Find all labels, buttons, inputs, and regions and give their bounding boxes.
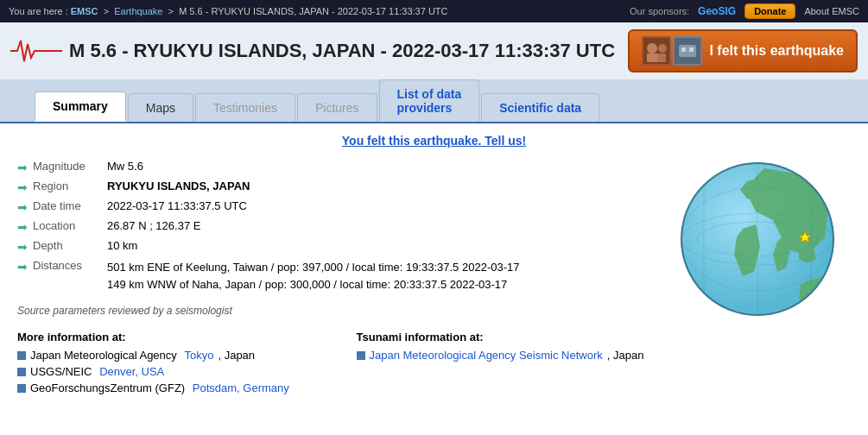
title-bar: M 5.6 - RYUKYU ISLANDS, JAPAN - 2022-03-… <box>0 22 868 79</box>
more-info-section: More information at: Japan Meteorologica… <box>17 331 661 398</box>
more-info-column: More information at: Japan Meteorologica… <box>17 331 322 398</box>
earthquake-title: M 5.6 - RYUKYU ISLANDS, JAPAN - 2022-03-… <box>69 40 615 62</box>
location-value: 26.87 N ; 126.37 E <box>107 219 200 232</box>
felt-image-2 <box>673 36 702 66</box>
region-value: RYUKYU ISLANDS, JAPAN <box>107 180 250 192</box>
tabs-bar: Summary Maps Testimonies Pictures List o… <box>0 79 868 123</box>
jma-agency: Japan Meteorological Agency <box>30 349 180 362</box>
breadcrumb-emsc[interactable]: EMSC <box>71 6 98 16</box>
usgs-icon <box>17 368 26 376</box>
sponsor-label: Our sponsors: <box>630 6 689 16</box>
distance-1: 501 km ENE of Keelung, Taiwan / pop: 397… <box>107 259 519 276</box>
location-row: ➡ Location 26.87 N ; 126.37 E <box>17 219 661 234</box>
felt-earthquake-button[interactable]: I felt this earthquake <box>628 29 858 72</box>
earthquake-info-table: ➡ Magnitude Mw 5.6 ➡ Region RYUKYU ISLAN… <box>17 160 661 398</box>
magnitude-arrow-icon: ➡ <box>17 161 28 174</box>
distances-label: Distances <box>33 259 102 272</box>
distance-2: 149 km WNW of Naha, Japan / pop: 300,000… <box>107 276 519 293</box>
svg-rect-9 <box>689 47 694 52</box>
jma-rest: , Japan <box>218 349 255 362</box>
tsunami-link-row: Japan Meteorological Agency Seismic Netw… <box>357 349 662 362</box>
breadcrumb: You are here : EMSC > Earthquake > M 5.6… <box>9 6 448 16</box>
right-nav: Our sponsors: GeoSIG Donate About EMSC <box>630 3 859 19</box>
depth-row: ➡ Depth 10 km <box>17 239 661 254</box>
location-label: Location <box>33 219 102 232</box>
seismologist-note: Source parameters reviewed by a seismolo… <box>17 305 661 317</box>
felt-button-label: I felt this earthquake <box>709 43 844 59</box>
eq-title-section: M 5.6 - RYUKYU ISLANDS, JAPAN - 2022-03-… <box>10 34 615 68</box>
distances-row: ➡ Distances 501 km ENE of Keelung, Taiwa… <box>17 259 661 293</box>
breadcrumb-current: M 5.6 - RYUKYU ISLANDS, JAPAN - 2022-03-… <box>179 6 447 16</box>
distances-arrow-icon: ➡ <box>17 260 28 274</box>
datetime-label: Date time <box>33 199 102 212</box>
seismograph-icon <box>10 34 62 68</box>
svg-point-4 <box>658 44 667 53</box>
jma-icon <box>17 351 26 360</box>
magnitude-label: Magnitude <box>33 160 102 173</box>
main-content: You felt this earthquake. Tell us! ➡ Mag… <box>0 123 868 408</box>
svg-rect-5 <box>657 54 666 62</box>
gfz-agency: GeoForschungsZentrum (GFZ) <box>30 381 188 394</box>
breadcrumb-earthquake[interactable]: Earthquake <box>114 6 162 16</box>
region-arrow-icon: ➡ <box>17 180 28 194</box>
content-area: ➡ Magnitude Mw 5.6 ➡ Region RYUKYU ISLAN… <box>17 160 851 398</box>
gfz-link[interactable]: Potsdam, Germany <box>193 381 289 394</box>
top-bar: You are here : EMSC > Earthquake > M 5.6… <box>0 0 868 22</box>
jma-link-row: Japan Meteorological Agency Tokyo, Japan <box>17 349 322 362</box>
tab-data-providers[interactable]: List of dataproviders <box>379 79 480 122</box>
usgs-link-row: USGS/NEIC Denver, USA <box>17 365 322 378</box>
datetime-value: 2022-03-17 11:33:37.5 UTC <box>107 199 247 212</box>
depth-label: Depth <box>33 239 102 252</box>
felt-link-section: You felt this earthquake. Tell us! <box>17 134 851 148</box>
region-label: Region <box>33 180 102 192</box>
datetime-arrow-icon: ➡ <box>17 200 28 214</box>
tsunami-info-column: Tsunami information at: Japan Meteorolog… <box>357 331 662 398</box>
depth-value: 10 km <box>107 239 137 252</box>
tsunami-info-heading: Tsunami information at: <box>357 331 662 344</box>
distances-values: 501 km ENE of Keelung, Taiwan / pop: 397… <box>107 259 519 293</box>
globe-container <box>678 160 851 398</box>
tsunami-rest: , Japan <box>607 349 644 362</box>
more-info-grid: More information at: Japan Meteorologica… <box>17 331 661 398</box>
about-emsc-link[interactable]: About EMSC <box>804 6 859 16</box>
usgs-agency: USGS/NEIC <box>30 365 95 378</box>
magnitude-row: ➡ Magnitude Mw 5.6 <box>17 160 661 174</box>
tsunami-icon <box>357 351 365 360</box>
globe-image <box>678 160 838 319</box>
location-arrow-icon: ➡ <box>17 220 28 234</box>
tsunami-agency-link[interactable]: Japan Meteorological Agency Seismic Netw… <box>370 349 603 362</box>
usgs-link[interactable]: Denver, USA <box>99 365 164 378</box>
gfz-link-row: GeoForschungsZentrum (GFZ) Potsdam, Germ… <box>17 381 322 394</box>
svg-rect-8 <box>681 47 686 52</box>
felt-earthquake-link[interactable]: You felt this earthquake. Tell us! <box>342 134 526 148</box>
tab-scientific-data[interactable]: Scientific data <box>481 93 599 122</box>
felt-images <box>642 36 702 66</box>
gfz-icon <box>17 384 26 393</box>
svg-rect-3 <box>647 54 657 62</box>
breadcrumb-prefix: You are here : <box>9 6 68 16</box>
svg-point-2 <box>647 43 657 54</box>
geosig-sponsor[interactable]: GeoSIG <box>698 5 736 17</box>
donate-button[interactable]: Donate <box>744 3 795 19</box>
tab-pictures[interactable]: Pictures <box>297 93 377 122</box>
tab-testimonies[interactable]: Testimonies <box>195 93 295 122</box>
tab-summary[interactable]: Summary <box>35 91 126 122</box>
tab-maps[interactable]: Maps <box>128 93 193 122</box>
datetime-row: ➡ Date time 2022-03-17 11:33:37.5 UTC <box>17 199 661 214</box>
more-info-heading: More information at: <box>17 331 322 344</box>
felt-image-1 <box>642 36 671 66</box>
jma-link[interactable]: Tokyo <box>184 349 213 362</box>
region-row: ➡ Region RYUKYU ISLANDS, JAPAN <box>17 180 661 194</box>
magnitude-value: Mw 5.6 <box>107 160 143 173</box>
depth-arrow-icon: ➡ <box>17 240 28 254</box>
